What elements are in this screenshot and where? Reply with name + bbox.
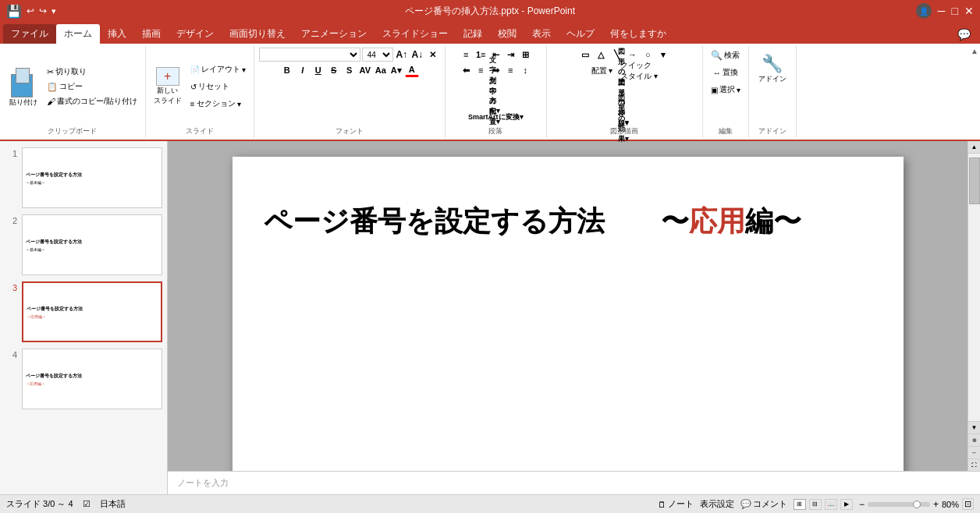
slideshow-btn[interactable]: ▶	[840, 499, 853, 510]
zoom-level[interactable]: 80%	[942, 500, 959, 509]
fit-slide-btn[interactable]: ⊕	[968, 433, 981, 446]
reset-button[interactable]: ↺ リセット	[187, 79, 249, 94]
align-center-btn[interactable]: ≡	[474, 63, 488, 77]
fit-width-btn[interactable]: ↔	[968, 446, 981, 458]
slide-canvas: ページ番号を設定する方法 〜応用編〜 3	[233, 157, 904, 471]
tab-transitions[interactable]: 画面切り替え	[222, 24, 293, 44]
slide-thumb-4[interactable]: ページ番号を設定する方法 ～応用編～	[22, 348, 162, 409]
paste-button[interactable]: 貼り付け	[5, 65, 42, 109]
tab-draw[interactable]: 描画	[134, 24, 169, 44]
zoom-slider[interactable]	[868, 502, 930, 507]
user-icon[interactable]: 👤	[916, 3, 932, 19]
slide-item-2[interactable]: 2 ページ番号を設定する方法 ～基本編～	[0, 211, 167, 278]
canvas-scroll[interactable]: ページ番号を設定する方法 〜応用編〜 3	[168, 141, 968, 471]
slide-thumb-3[interactable]: ページ番号を設定する方法 ～応用編～	[22, 281, 162, 342]
arrange-button[interactable]: 配置 ▾	[588, 63, 616, 79]
increase-indent-btn[interactable]: ⇥	[503, 48, 517, 62]
slide-sorter-btn[interactable]: ⊟	[809, 499, 822, 510]
app-icon: 💾	[6, 4, 22, 19]
reading-view-btn[interactable]: 📖	[825, 499, 837, 510]
comment-icon[interactable]: 💬	[951, 25, 977, 44]
text-align-btn[interactable]: 文字の配置▾	[488, 94, 502, 108]
align-left-btn[interactable]: ⬅	[459, 63, 473, 77]
display-settings-btn[interactable]: 表示設定	[700, 498, 734, 510]
scroll-thumb[interactable]	[969, 157, 980, 204]
copy-button[interactable]: 📋 コピー	[44, 80, 140, 94]
tab-view[interactable]: 表示	[524, 24, 559, 44]
shape-tri[interactable]: △	[594, 48, 608, 62]
slide-item-1[interactable]: 1 ページ番号を設定する方法 ～基本編～	[0, 144, 167, 211]
change-case-btn[interactable]: Aa	[374, 63, 388, 77]
tab-record[interactable]: 記録	[456, 24, 490, 44]
expand-btn[interactable]: ⛶	[968, 458, 981, 471]
strikethrough-btn[interactable]: S	[327, 63, 341, 77]
shape-effect-btn[interactable]: 図形の効果▾	[617, 111, 631, 126]
notes-area[interactable]: ノートを入力	[168, 471, 980, 494]
select-button[interactable]: ▣ 選択 ▾	[708, 82, 744, 97]
fit-btn[interactable]: ⊡	[962, 498, 974, 510]
slides-group: + 新しいスライド 📄 レイアウト ▾ ↺ リセット ≡ セクション ▾ スライ…	[146, 45, 254, 138]
font-increase-btn[interactable]: A↑	[395, 48, 409, 62]
minimize-btn[interactable]: ─	[938, 5, 946, 17]
comments-btn[interactable]: 💬 コメント	[740, 498, 787, 510]
status-left: スライド 3/0 ～ 4 ☑ 日本語	[6, 498, 126, 510]
tab-home[interactable]: ホーム	[56, 24, 100, 44]
col-btn[interactable]: ⊞	[518, 48, 532, 62]
new-slide-button[interactable]: + 新しいスライド	[151, 65, 185, 108]
font-decrease-btn[interactable]: A↓	[410, 48, 424, 62]
font-color-btn[interactable]: A	[405, 63, 419, 77]
redo-btn[interactable]: ↪	[39, 5, 47, 16]
justify-btn[interactable]: ≡	[503, 63, 517, 77]
text-shadow-btn[interactable]: S	[343, 63, 357, 77]
zoom-in-btn[interactable]: +	[933, 499, 939, 510]
slide-info: スライド 3/0 ～ 4	[6, 498, 73, 510]
undo-btn[interactable]: ↩	[27, 5, 34, 16]
tab-file[interactable]: ファイル	[3, 24, 56, 44]
num-list-btn[interactable]: 1≡	[474, 48, 488, 62]
right-scrollbar[interactable]: ▲ ▼ ⊕ ↔ ⛶	[968, 141, 980, 471]
format-copy-button[interactable]: 🖌 書式のコピー/貼り付け	[44, 94, 140, 108]
layout-button[interactable]: 📄 レイアウト ▾	[187, 62, 249, 77]
clear-format-btn[interactable]: ✕	[426, 48, 440, 62]
cut-button[interactable]: ✂ 切り取り	[44, 65, 140, 79]
tab-help[interactable]: ヘルプ	[559, 24, 602, 44]
normal-view-btn[interactable]: ⊞	[794, 499, 806, 510]
slide-item-3[interactable]: 3 ページ番号を設定する方法 ～応用編～	[0, 278, 167, 345]
font-color-arrow-btn[interactable]: A▾	[389, 63, 403, 77]
scroll-down-btn[interactable]: ▼	[968, 421, 981, 433]
font-name-select[interactable]	[259, 48, 360, 62]
shape-rect[interactable]: ▭	[578, 48, 592, 62]
line-spacing-btn[interactable]: ↕	[518, 63, 532, 77]
notes-status-btn[interactable]: 🗒 ノート	[658, 498, 694, 510]
maximize-btn[interactable]: □	[952, 5, 958, 17]
underline-btn[interactable]: U	[311, 63, 325, 77]
italic-btn[interactable]: I	[296, 63, 310, 77]
canvas-container: ページ番号を設定する方法 〜応用編〜 3 ▲ ▼ ⊕ ↔ ⛶	[168, 141, 980, 494]
font-size-select[interactable]: 44	[362, 48, 393, 62]
tab-animations[interactable]: アニメーション	[293, 24, 375, 44]
bullet-list-btn[interactable]: ≡	[459, 48, 473, 62]
smartart-btn[interactable]: SmartArtに変換▾	[488, 110, 502, 124]
tab-review[interactable]: 校閲	[490, 24, 524, 44]
bold-btn[interactable]: B	[280, 63, 294, 77]
tab-slideshow[interactable]: スライドショー	[375, 24, 456, 44]
close-btn[interactable]: ✕	[964, 5, 974, 17]
char-spacing-btn[interactable]: AV	[358, 63, 372, 77]
shape-more-btn[interactable]: ▾	[656, 48, 670, 62]
slide-item-4[interactable]: 4 ページ番号を設定する方法 ～応用編～	[0, 345, 167, 412]
editing-group: 🔍 検索 ↔ 置換 ▣ 選択 ▾ 編集	[703, 45, 749, 138]
slide-thumb-2[interactable]: ページ番号を設定する方法 ～基本編～	[22, 214, 162, 275]
accessibility-icon[interactable]: ☑	[83, 499, 91, 509]
zoom-out-btn[interactable]: −	[859, 499, 865, 510]
scroll-up-btn[interactable]: ▲	[968, 141, 981, 154]
slide-thumb-1[interactable]: ページ番号を設定する方法 ～基本編～	[22, 147, 162, 208]
tab-insert[interactable]: 挿入	[100, 24, 134, 44]
tab-search[interactable]: 何をしますか	[602, 24, 674, 44]
section-button[interactable]: ≡ セクション ▾	[187, 96, 249, 111]
tab-design[interactable]: デザイン	[169, 24, 222, 44]
zoom-thumb[interactable]	[913, 501, 921, 508]
find-button[interactable]: 🔍 検索	[708, 48, 743, 63]
replace-button[interactable]: ↔ 置換	[710, 65, 741, 80]
ribbon-collapse-btn[interactable]: ▲	[969, 45, 980, 138]
addin-button[interactable]: 🔧 アドイン	[754, 48, 791, 90]
